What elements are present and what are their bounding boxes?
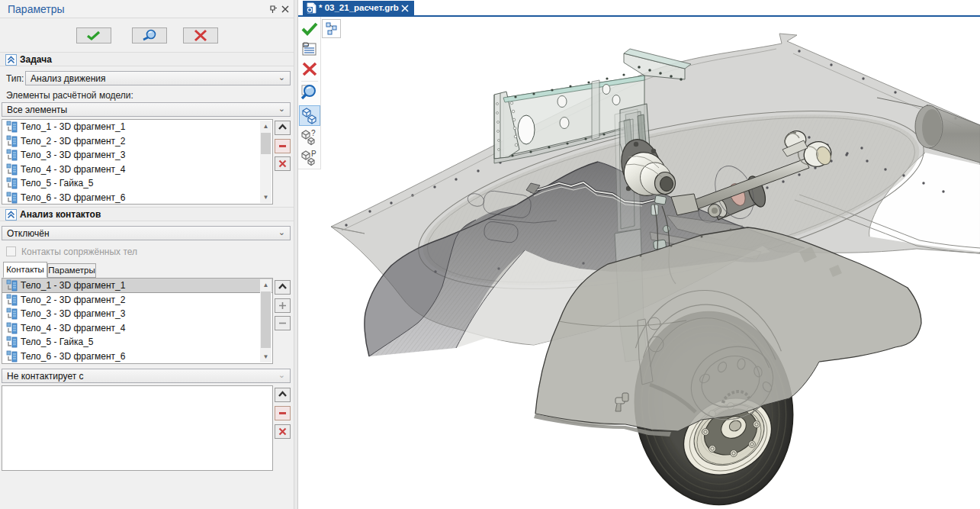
svg-text:?: ? (311, 129, 316, 137)
svg-text:P: P (311, 150, 316, 158)
